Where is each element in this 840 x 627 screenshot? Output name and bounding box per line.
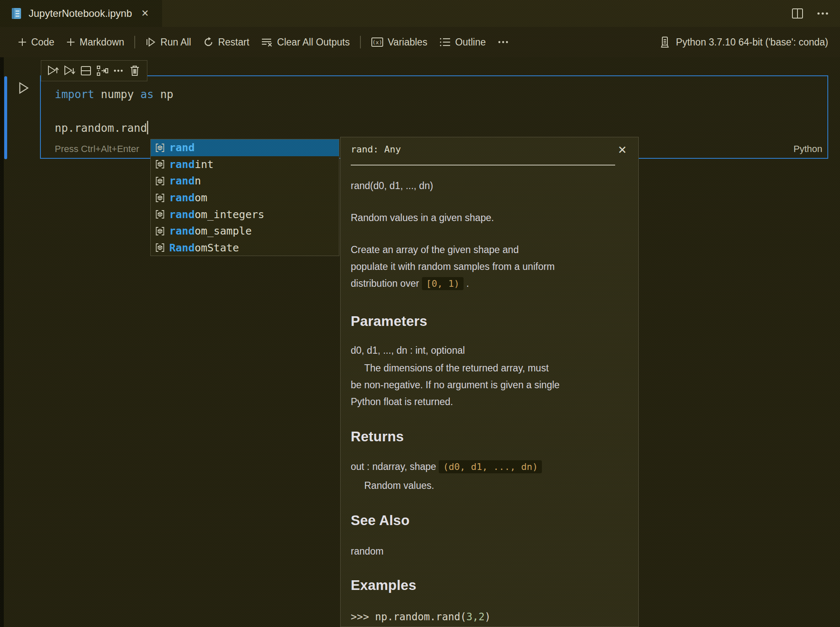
cell-more-icon[interactable] — [111, 63, 125, 79]
docs-separator — [351, 165, 615, 165]
variables-label: Variables — [388, 37, 427, 48]
run-above-icon[interactable] — [46, 63, 61, 79]
variables-icon: (x) — [371, 37, 384, 48]
text-cursor — [147, 121, 148, 134]
cell-toolbar — [41, 60, 147, 81]
code-token-nprandomrand: np.random.rand — [55, 122, 147, 134]
kernel-picker[interactable]: Python 3.7.10 64-bit ('base': conda) — [660, 36, 828, 48]
variables-button[interactable]: (x) Variables — [365, 34, 433, 51]
symbol-value-icon — [155, 159, 165, 170]
docs-heading-returns: Returns — [351, 429, 626, 445]
docs-description: Create an array of the given shape and p… — [351, 241, 558, 292]
restart-label: Restart — [218, 37, 249, 48]
change-cell-type-icon[interactable] — [95, 63, 109, 79]
code-token-import: import — [55, 88, 94, 101]
docs-returns-body: Random values. — [351, 477, 626, 494]
clear-all-outputs-label: Clear All Outputs — [277, 37, 350, 48]
clear-all-outputs-icon — [261, 37, 273, 48]
python-interpreter-icon — [660, 36, 671, 48]
add-code-label: Code — [31, 37, 54, 48]
suggest-item-randint[interactable]: randint — [151, 156, 339, 173]
restart-button[interactable]: Restart — [197, 34, 255, 51]
svg-text:(x): (x) — [372, 39, 382, 45]
split-editor-icon[interactable] — [790, 5, 805, 21]
suggest-item-randomstate[interactable]: RandomState — [151, 240, 339, 256]
ellipsis-icon — [498, 40, 509, 44]
add-code-cell-button[interactable]: Code — [12, 34, 60, 51]
run-all-label: Run All — [160, 37, 191, 48]
symbol-value-icon — [155, 176, 165, 187]
suggest-item-randn[interactable]: randn — [151, 173, 339, 189]
suggest-item-random-integers[interactable]: random_integers — [151, 206, 339, 223]
toolbar-separator — [134, 36, 135, 48]
suggest-details-panel: ✕ rand: Any rand(d0, d1, ..., dn) Random… — [340, 137, 639, 627]
editor-left-edge — [0, 57, 4, 627]
outline-label: Outline — [455, 37, 486, 48]
toolbar-more-button[interactable] — [492, 38, 515, 46]
docs-heading-examples: Examples — [351, 577, 626, 593]
more-actions-icon[interactable] — [816, 5, 830, 21]
cell-exec-hint: Press Ctrl+Alt+Enter — [55, 144, 139, 155]
symbol-value-icon — [155, 242, 165, 253]
run-all-button[interactable]: Run All — [139, 34, 197, 51]
cell-language-picker[interactable]: Python — [794, 144, 823, 155]
docs-heading-see-also: See Also — [351, 512, 626, 528]
tab-strip-empty — [162, 0, 840, 27]
suggest-item-rand[interactable]: rand — [151, 139, 339, 156]
docs-summary: Random values in a given shape. — [351, 209, 626, 226]
code-line-2[interactable]: np.random.rand — [55, 121, 148, 134]
symbol-value-icon — [155, 209, 165, 220]
close-icon[interactable]: ✕ — [616, 143, 629, 157]
code-token-numpy: numpy — [94, 88, 141, 101]
docs-parameters-body: The dimensions of the returned array, mu… — [351, 360, 561, 410]
cell-focus-bar — [4, 76, 7, 159]
add-markdown-cell-button[interactable]: Markdown — [60, 34, 130, 51]
run-all-icon — [145, 37, 156, 48]
symbol-value-icon — [155, 192, 165, 203]
notebook-icon — [10, 7, 22, 20]
split-cell-icon[interactable] — [79, 63, 93, 79]
docs-heading-parameters: Parameters — [351, 313, 626, 329]
tab-close-icon[interactable]: ✕ — [139, 7, 151, 20]
restart-icon — [203, 37, 214, 48]
outline-icon — [439, 37, 451, 48]
code-token-as: as — [141, 88, 154, 101]
suggest-detail-header: rand: Any — [351, 144, 626, 155]
tab-jupyternotebook[interactable]: JupyterNotebook.ipynb ✕ — [0, 0, 162, 27]
suggest-item-random[interactable]: random — [151, 189, 339, 206]
run-below-icon[interactable] — [63, 63, 77, 79]
tab-title: JupyterNotebook.ipynb — [29, 8, 132, 19]
plus-icon — [66, 37, 75, 47]
inline-code: (d0, d1, ..., dn) — [439, 460, 542, 473]
editor-actions — [790, 0, 830, 27]
docs-parameters-signature: d0, d1, ..., dn : int, optional — [351, 342, 626, 359]
notebook-toolbar: Code Markdown Run All Restart Cl — [0, 27, 840, 57]
plus-icon — [18, 37, 27, 47]
toolbar-separator — [360, 36, 361, 48]
clear-all-outputs-button[interactable]: Clear All Outputs — [255, 34, 356, 51]
tab-bar: JupyterNotebook.ipynb ✕ — [0, 0, 840, 27]
delete-cell-icon[interactable] — [128, 63, 142, 79]
inline-code: [0, 1) — [422, 277, 464, 290]
run-cell-button[interactable] — [18, 82, 29, 94]
symbol-value-icon — [155, 142, 165, 153]
outline-button[interactable]: Outline — [433, 34, 492, 51]
symbol-value-icon — [155, 226, 165, 237]
docs-signature: rand(d0, d1, ..., dn) — [351, 177, 626, 194]
code-token-np: np — [154, 88, 173, 101]
kernel-picker-label: Python 3.7.10 64-bit ('base': conda) — [676, 37, 828, 48]
docs-returns-line: out : ndarray, shape (d0, d1, ..., dn) — [351, 458, 626, 475]
add-markdown-label: Markdown — [80, 37, 124, 48]
suggest-item-random-sample[interactable]: random_sample — [151, 223, 339, 240]
suggest-widget: rand randint randn random random_integer… — [150, 139, 339, 256]
docs-example-code: >>> np.random.rand(3,2) array([[ 0.14022… — [351, 608, 626, 627]
code-line-1[interactable]: import numpy as np — [55, 88, 173, 101]
docs-see-also-body: random — [351, 543, 626, 560]
